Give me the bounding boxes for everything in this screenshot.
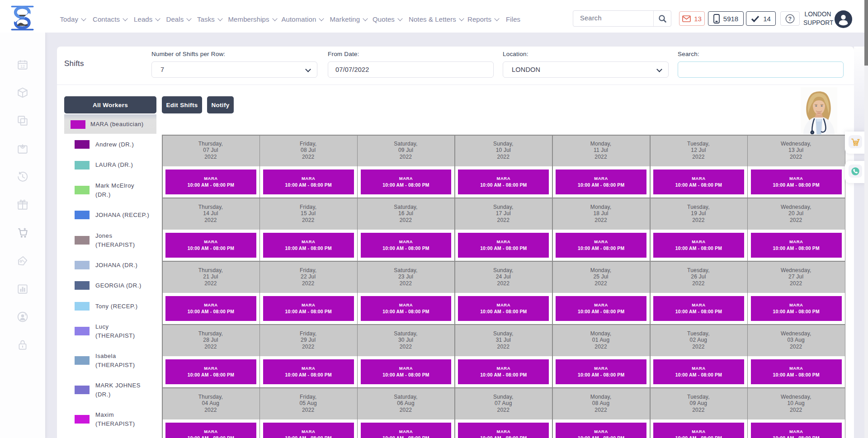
svg-text:?: ? xyxy=(788,16,792,22)
svg-text:12: 12 xyxy=(20,64,25,69)
